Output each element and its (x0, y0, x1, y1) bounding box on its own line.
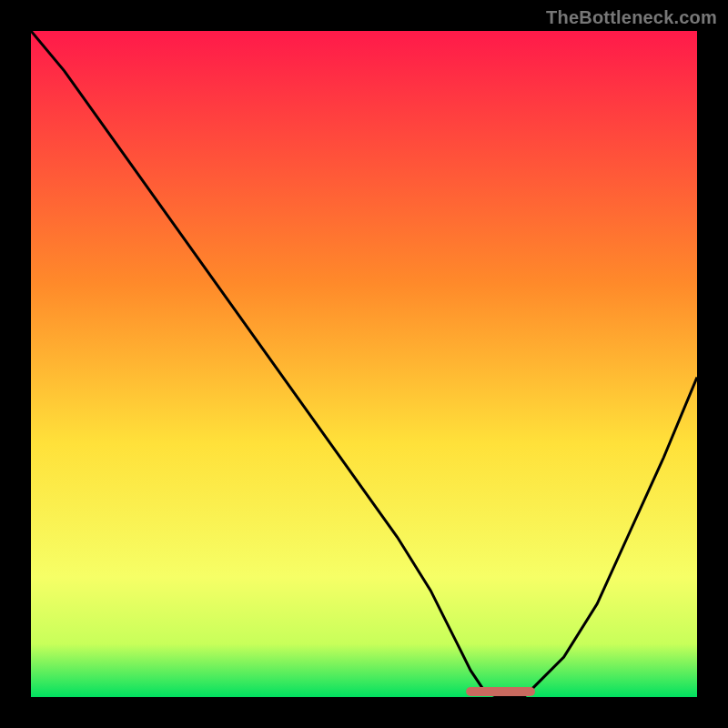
watermark-text: TheBottleneck.com (546, 7, 717, 28)
gradient-rect (31, 31, 697, 697)
chart-stage: TheBottleneck.com (0, 0, 728, 728)
bottleneck-plot (31, 31, 697, 697)
plot-frame (31, 31, 697, 697)
